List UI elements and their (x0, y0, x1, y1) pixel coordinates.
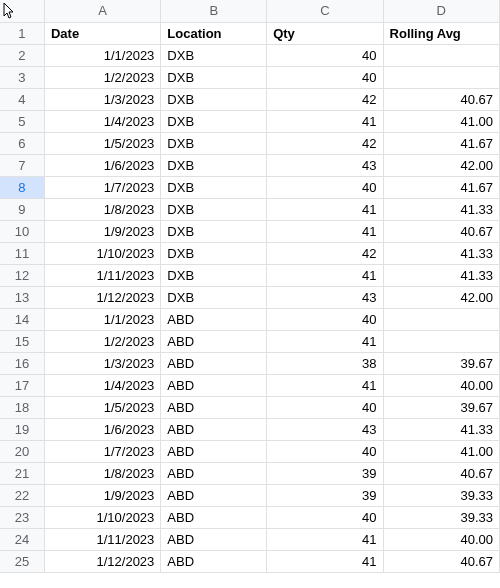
cell-A8[interactable]: 1/7/2023 (44, 176, 160, 198)
cell-D20[interactable]: 41.00 (383, 440, 499, 462)
cell-C13[interactable]: 43 (267, 286, 383, 308)
row-header-1[interactable]: 1 (0, 22, 44, 44)
row-header-21[interactable]: 21 (0, 462, 44, 484)
cell-A25[interactable]: 1/12/2023 (44, 550, 160, 572)
row-header-20[interactable]: 20 (0, 440, 44, 462)
row-header-7[interactable]: 7 (0, 154, 44, 176)
cell-D3[interactable] (383, 66, 499, 88)
cell-A13[interactable]: 1/12/2023 (44, 286, 160, 308)
cell-C22[interactable]: 39 (267, 484, 383, 506)
row-header-15[interactable]: 15 (0, 330, 44, 352)
cell-A17[interactable]: 1/4/2023 (44, 374, 160, 396)
cell-C1[interactable]: Qty (267, 22, 383, 44)
cell-A11[interactable]: 1/10/2023 (44, 242, 160, 264)
cell-B12[interactable]: DXB (161, 264, 267, 286)
col-header-A[interactable]: A (44, 0, 160, 22)
cell-B16[interactable]: ABD (161, 352, 267, 374)
row-header-4[interactable]: 4 (0, 88, 44, 110)
row-header-23[interactable]: 23 (0, 506, 44, 528)
cell-B11[interactable]: DXB (161, 242, 267, 264)
cell-A5[interactable]: 1/4/2023 (44, 110, 160, 132)
cell-B5[interactable]: DXB (161, 110, 267, 132)
cell-C18[interactable]: 40 (267, 396, 383, 418)
cell-D21[interactable]: 40.67 (383, 462, 499, 484)
cell-D7[interactable]: 42.00 (383, 154, 499, 176)
cell-B17[interactable]: ABD (161, 374, 267, 396)
cell-D9[interactable]: 41.33 (383, 198, 499, 220)
select-all-corner[interactable] (0, 0, 44, 22)
cell-D10[interactable]: 40.67 (383, 220, 499, 242)
col-header-C[interactable]: C (267, 0, 383, 22)
cell-B2[interactable]: DXB (161, 44, 267, 66)
cell-B15[interactable]: ABD (161, 330, 267, 352)
cell-C24[interactable]: 41 (267, 528, 383, 550)
cell-A15[interactable]: 1/2/2023 (44, 330, 160, 352)
cell-A6[interactable]: 1/5/2023 (44, 132, 160, 154)
cell-C12[interactable]: 41 (267, 264, 383, 286)
cell-D8[interactable]: 41.67 (383, 176, 499, 198)
cell-C23[interactable]: 40 (267, 506, 383, 528)
cell-C17[interactable]: 41 (267, 374, 383, 396)
cell-B20[interactable]: ABD (161, 440, 267, 462)
cell-D16[interactable]: 39.67 (383, 352, 499, 374)
cell-B9[interactable]: DXB (161, 198, 267, 220)
cell-A21[interactable]: 1/8/2023 (44, 462, 160, 484)
cell-A7[interactable]: 1/6/2023 (44, 154, 160, 176)
cell-B10[interactable]: DXB (161, 220, 267, 242)
cell-B21[interactable]: ABD (161, 462, 267, 484)
col-header-D[interactable]: D (383, 0, 499, 22)
cell-A16[interactable]: 1/3/2023 (44, 352, 160, 374)
cell-D5[interactable]: 41.00 (383, 110, 499, 132)
cell-A10[interactable]: 1/9/2023 (44, 220, 160, 242)
cell-B25[interactable]: ABD (161, 550, 267, 572)
cell-A9[interactable]: 1/8/2023 (44, 198, 160, 220)
cell-A3[interactable]: 1/2/2023 (44, 66, 160, 88)
cell-D14[interactable] (383, 308, 499, 330)
cell-B13[interactable]: DXB (161, 286, 267, 308)
row-header-6[interactable]: 6 (0, 132, 44, 154)
row-header-8[interactable]: 8 (0, 176, 44, 198)
cell-C16[interactable]: 38 (267, 352, 383, 374)
cell-A24[interactable]: 1/11/2023 (44, 528, 160, 550)
row-header-19[interactable]: 19 (0, 418, 44, 440)
cell-A4[interactable]: 1/3/2023 (44, 88, 160, 110)
row-header-24[interactable]: 24 (0, 528, 44, 550)
cell-D2[interactable] (383, 44, 499, 66)
cell-D4[interactable]: 40.67 (383, 88, 499, 110)
cell-D25[interactable]: 40.67 (383, 550, 499, 572)
row-header-9[interactable]: 9 (0, 198, 44, 220)
row-header-5[interactable]: 5 (0, 110, 44, 132)
cell-D1[interactable]: Rolling Avg (383, 22, 499, 44)
row-header-12[interactable]: 12 (0, 264, 44, 286)
cell-B23[interactable]: ABD (161, 506, 267, 528)
col-header-B[interactable]: B (161, 0, 267, 22)
cell-C14[interactable]: 40 (267, 308, 383, 330)
row-header-18[interactable]: 18 (0, 396, 44, 418)
cell-B3[interactable]: DXB (161, 66, 267, 88)
cell-B4[interactable]: DXB (161, 88, 267, 110)
cell-C11[interactable]: 42 (267, 242, 383, 264)
cell-D22[interactable]: 39.33 (383, 484, 499, 506)
cell-D19[interactable]: 41.33 (383, 418, 499, 440)
cell-D24[interactable]: 40.00 (383, 528, 499, 550)
cell-B18[interactable]: ABD (161, 396, 267, 418)
row-header-10[interactable]: 10 (0, 220, 44, 242)
cell-C6[interactable]: 42 (267, 132, 383, 154)
cell-D12[interactable]: 41.33 (383, 264, 499, 286)
cell-C9[interactable]: 41 (267, 198, 383, 220)
row-header-3[interactable]: 3 (0, 66, 44, 88)
cell-C10[interactable]: 41 (267, 220, 383, 242)
cell-B22[interactable]: ABD (161, 484, 267, 506)
cell-C5[interactable]: 41 (267, 110, 383, 132)
row-header-22[interactable]: 22 (0, 484, 44, 506)
cell-D11[interactable]: 41.33 (383, 242, 499, 264)
cell-A18[interactable]: 1/5/2023 (44, 396, 160, 418)
row-header-17[interactable]: 17 (0, 374, 44, 396)
cell-A23[interactable]: 1/10/2023 (44, 506, 160, 528)
cell-A19[interactable]: 1/6/2023 (44, 418, 160, 440)
cell-A1[interactable]: Date (44, 22, 160, 44)
cell-B19[interactable]: ABD (161, 418, 267, 440)
cell-C2[interactable]: 40 (267, 44, 383, 66)
cell-C25[interactable]: 41 (267, 550, 383, 572)
row-header-11[interactable]: 11 (0, 242, 44, 264)
